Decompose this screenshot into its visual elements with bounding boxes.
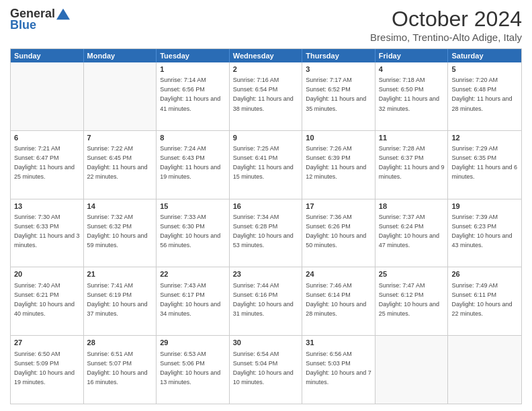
cal-cell-day-15: 15Sunrise: 7:33 AMSunset: 6:30 PMDayligh…: [157, 199, 230, 267]
day-info: Sunrise: 7:29 AMSunset: 6:35 PMDaylight:…: [451, 145, 517, 180]
day-number: 5: [451, 64, 518, 75]
cal-cell-day-22: 22Sunrise: 7:43 AMSunset: 6:17 PMDayligh…: [157, 267, 230, 335]
header-day-tuesday: Tuesday: [157, 49, 230, 62]
day-info: Sunrise: 7:44 AMSunset: 6:16 PMDaylight:…: [233, 282, 294, 317]
cal-cell-day-12: 12Sunrise: 7:29 AMSunset: 6:35 PMDayligh…: [448, 131, 521, 199]
day-number: 23: [233, 269, 299, 279]
day-number: 30: [233, 338, 299, 348]
cal-cell-day-10: 10Sunrise: 7:26 AMSunset: 6:39 PMDayligh…: [302, 131, 375, 199]
cal-cell-day-28: 28Sunrise: 6:51 AMSunset: 5:07 PMDayligh…: [84, 336, 157, 404]
day-number: 21: [87, 269, 153, 279]
day-number: 11: [379, 133, 445, 143]
day-info: Sunrise: 7:41 AMSunset: 6:19 PMDaylight:…: [87, 282, 148, 317]
header-day-thursday: Thursday: [302, 49, 375, 62]
header-day-sunday: Sunday: [11, 49, 84, 62]
cal-cell-day-23: 23Sunrise: 7:44 AMSunset: 6:16 PMDayligh…: [230, 267, 303, 335]
cal-cell-day-6: 6Sunrise: 7:21 AMSunset: 6:47 PMDaylight…: [11, 131, 84, 199]
day-info: Sunrise: 7:40 AMSunset: 6:21 PMDaylight:…: [14, 282, 75, 317]
day-info: Sunrise: 7:17 AMSunset: 6:52 PMDaylight:…: [306, 77, 366, 111]
calendar-body: 1Sunrise: 7:14 AMSunset: 6:56 PMDaylight…: [11, 62, 521, 404]
month-title: October 2024: [370, 7, 522, 32]
cal-cell-day-2: 2Sunrise: 7:16 AMSunset: 6:54 PMDaylight…: [230, 62, 303, 130]
day-info: Sunrise: 7:14 AMSunset: 6:56 PMDaylight:…: [160, 77, 220, 111]
cal-cell-day-17: 17Sunrise: 7:36 AMSunset: 6:26 PMDayligh…: [302, 199, 375, 267]
day-number: 29: [160, 338, 226, 348]
day-info: Sunrise: 7:49 AMSunset: 6:11 PMDaylight:…: [451, 282, 512, 317]
day-info: Sunrise: 6:56 AMSunset: 5:03 PMDaylight:…: [306, 351, 371, 385]
day-number: 31: [306, 338, 371, 348]
cal-cell-day-1: 1Sunrise: 7:14 AMSunset: 6:56 PMDaylight…: [157, 62, 230, 130]
calendar: SundayMondayTuesdayWednesdayThursdayFrid…: [10, 48, 522, 404]
day-number: 12: [451, 133, 518, 143]
day-number: 6: [14, 133, 80, 143]
header-day-monday: Monday: [84, 49, 157, 62]
day-number: 26: [451, 269, 518, 279]
day-number: 9: [233, 133, 299, 143]
cal-cell-day-14: 14Sunrise: 7:32 AMSunset: 6:32 PMDayligh…: [84, 199, 157, 267]
cal-cell-day-31: 31Sunrise: 6:56 AMSunset: 5:03 PMDayligh…: [302, 336, 375, 404]
cal-cell-day-5: 5Sunrise: 7:20 AMSunset: 6:48 PMDaylight…: [448, 62, 521, 130]
cal-cell-empty: [375, 336, 449, 404]
day-info: Sunrise: 6:51 AMSunset: 5:07 PMDaylight:…: [87, 351, 148, 385]
cal-cell-day-3: 3Sunrise: 7:17 AMSunset: 6:52 PMDaylight…: [302, 62, 375, 130]
location: Bresimo, Trentino-Alto Adige, Italy: [370, 32, 522, 43]
day-info: Sunrise: 7:28 AMSunset: 6:37 PMDaylight:…: [379, 145, 445, 180]
day-number: 3: [306, 64, 371, 75]
cal-cell-day-11: 11Sunrise: 7:28 AMSunset: 6:37 PMDayligh…: [375, 131, 449, 199]
title-section: October 2024 Bresimo, Trentino-Alto Adig…: [370, 7, 522, 43]
day-info: Sunrise: 6:50 AMSunset: 5:09 PMDaylight:…: [14, 351, 75, 385]
cal-cell-day-9: 9Sunrise: 7:25 AMSunset: 6:41 PMDaylight…: [230, 131, 303, 199]
day-number: 28: [87, 338, 153, 348]
cal-cell-day-7: 7Sunrise: 7:22 AMSunset: 6:45 PMDaylight…: [84, 131, 157, 199]
day-info: Sunrise: 6:54 AMSunset: 5:04 PMDaylight:…: [233, 351, 294, 385]
cal-cell-day-21: 21Sunrise: 7:41 AMSunset: 6:19 PMDayligh…: [84, 267, 157, 335]
day-number: 7: [87, 133, 153, 143]
logo: General Blue: [10, 7, 70, 32]
cal-cell-day-29: 29Sunrise: 6:53 AMSunset: 5:06 PMDayligh…: [157, 336, 230, 404]
cal-cell-day-16: 16Sunrise: 7:34 AMSunset: 6:28 PMDayligh…: [230, 199, 303, 267]
calendar-week-2: 6Sunrise: 7:21 AMSunset: 6:47 PMDaylight…: [11, 130, 521, 199]
calendar-week-4: 20Sunrise: 7:40 AMSunset: 6:21 PMDayligh…: [11, 267, 521, 335]
cal-cell-empty: [448, 336, 521, 404]
day-number: 4: [379, 64, 445, 75]
day-info: Sunrise: 7:18 AMSunset: 6:50 PMDaylight:…: [379, 77, 439, 111]
day-info: Sunrise: 7:22 AMSunset: 6:45 PMDaylight:…: [87, 145, 148, 180]
cal-cell-day-24: 24Sunrise: 7:46 AMSunset: 6:14 PMDayligh…: [302, 267, 375, 335]
page: General Blue October 2024 Bresimo, Trent…: [0, 0, 532, 411]
day-number: 18: [379, 201, 445, 212]
calendar-header: SundayMondayTuesdayWednesdayThursdayFrid…: [11, 49, 521, 62]
day-info: Sunrise: 7:16 AMSunset: 6:54 PMDaylight:…: [233, 77, 294, 111]
day-info: Sunrise: 7:21 AMSunset: 6:47 PMDaylight:…: [14, 145, 75, 180]
day-number: 10: [306, 133, 371, 143]
cal-cell-day-19: 19Sunrise: 7:39 AMSunset: 6:23 PMDayligh…: [448, 199, 521, 267]
cal-cell-day-8: 8Sunrise: 7:24 AMSunset: 6:43 PMDaylight…: [157, 131, 230, 199]
day-number: 1: [160, 64, 226, 75]
cal-cell-empty: [11, 62, 84, 130]
header-day-friday: Friday: [375, 49, 449, 62]
header: General Blue October 2024 Bresimo, Trent…: [10, 7, 522, 43]
day-info: Sunrise: 7:47 AMSunset: 6:12 PMDaylight:…: [379, 282, 439, 317]
day-number: 22: [160, 269, 226, 279]
cal-cell-day-26: 26Sunrise: 7:49 AMSunset: 6:11 PMDayligh…: [448, 267, 521, 335]
day-info: Sunrise: 7:30 AMSunset: 6:33 PMDaylight:…: [14, 214, 80, 248]
header-day-saturday: Saturday: [448, 49, 521, 62]
day-info: Sunrise: 7:24 AMSunset: 6:43 PMDaylight:…: [160, 145, 220, 180]
day-number: 15: [160, 201, 226, 212]
calendar-week-1: 1Sunrise: 7:14 AMSunset: 6:56 PMDaylight…: [11, 62, 521, 130]
day-info: Sunrise: 7:37 AMSunset: 6:24 PMDaylight:…: [379, 214, 439, 248]
day-info: Sunrise: 7:20 AMSunset: 6:48 PMDaylight:…: [451, 77, 512, 111]
svg-marker-0: [56, 8, 70, 19]
day-number: 24: [306, 269, 371, 279]
day-info: Sunrise: 7:39 AMSunset: 6:23 PMDaylight:…: [451, 214, 512, 248]
day-info: Sunrise: 7:26 AMSunset: 6:39 PMDaylight:…: [306, 145, 366, 180]
day-number: 16: [233, 201, 299, 212]
day-info: Sunrise: 7:36 AMSunset: 6:26 PMDaylight:…: [306, 214, 366, 248]
cal-cell-day-13: 13Sunrise: 7:30 AMSunset: 6:33 PMDayligh…: [11, 199, 84, 267]
day-info: Sunrise: 7:46 AMSunset: 6:14 PMDaylight:…: [306, 282, 366, 317]
day-info: Sunrise: 7:33 AMSunset: 6:30 PMDaylight:…: [160, 214, 220, 248]
day-number: 13: [14, 201, 80, 212]
day-number: 14: [87, 201, 153, 212]
day-number: 27: [14, 338, 80, 348]
day-number: 20: [14, 269, 80, 279]
day-info: Sunrise: 7:43 AMSunset: 6:17 PMDaylight:…: [160, 282, 220, 317]
